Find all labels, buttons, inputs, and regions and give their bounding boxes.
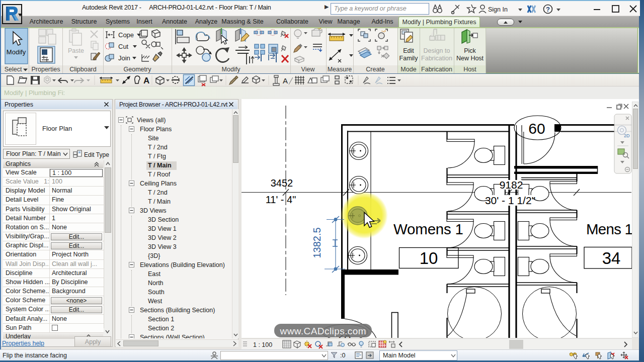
svg-text:9182: 9182	[500, 179, 523, 191]
svg-text:Measure: Measure	[328, 66, 352, 73]
svg-text:Mens 1: Mens 1	[586, 221, 632, 237]
svg-text:Host: Host	[463, 66, 476, 73]
svg-text:Fabrication: Fabrication	[421, 66, 452, 73]
svg-text:Pick: Pick	[464, 47, 476, 54]
svg-text:1 : 100: 1 : 100	[253, 341, 272, 348]
svg-text:Clipboard: Clipboard	[69, 66, 97, 73]
svg-text:Paste: Paste	[68, 47, 84, 54]
svg-text:Cut: Cut	[118, 43, 129, 50]
svg-text:11' - 4": 11' - 4"	[266, 194, 296, 205]
svg-text:Properties: Properties	[32, 66, 60, 73]
svg-text:Modify: Modify	[7, 48, 26, 56]
svg-text:1382.5: 1382.5	[311, 227, 323, 258]
svg-text:View: View	[301, 66, 315, 73]
svg-text:A: A	[143, 76, 149, 85]
svg-text:New Host: New Host	[456, 55, 484, 62]
svg-text:Family: Family	[399, 55, 419, 62]
svg-text:Select: Select	[5, 66, 22, 73]
svg-text:Geometry: Geometry	[124, 66, 152, 73]
svg-text:Join: Join	[118, 54, 130, 62]
svg-text:60: 60	[528, 120, 545, 137]
svg-text:Cope: Cope	[118, 31, 134, 39]
svg-text:34: 34	[602, 249, 621, 267]
svg-text:?: ?	[546, 6, 550, 13]
svg-text:Edit: Edit	[403, 47, 414, 54]
svg-text:Fabrication: Fabrication	[421, 55, 452, 62]
svg-text:3452: 3452	[271, 177, 293, 189]
svg-text:A: A	[283, 76, 288, 85]
svg-text:Mode: Mode	[400, 66, 416, 73]
svg-text:Sign In: Sign In	[488, 6, 508, 13]
svg-text:Design to: Design to	[424, 47, 450, 54]
svg-text:www.CADclips.com: www.CADclips.com	[280, 326, 366, 336]
svg-text:Womens 1: Womens 1	[393, 221, 463, 237]
svg-text:30' - 1 1/2": 30' - 1 1/2"	[485, 195, 535, 206]
svg-text:2D: 2D	[624, 133, 630, 138]
svg-text:Modify: Modify	[222, 66, 241, 73]
svg-text:Create: Create	[366, 66, 385, 73]
svg-text:10: 10	[420, 249, 438, 267]
